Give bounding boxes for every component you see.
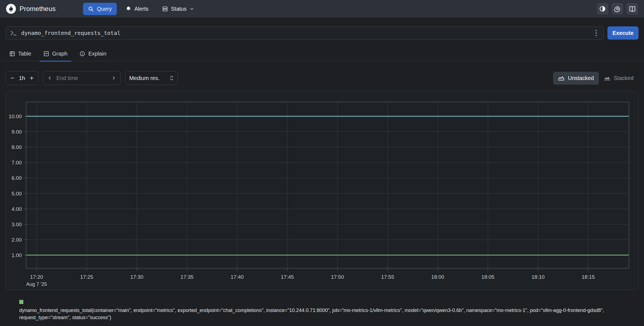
graph-canvas[interactable]: 17:2017:2517:3017:3517:4017:4517:5017:55… <box>6 91 638 290</box>
y-tick-label: 2.00 <box>12 237 22 243</box>
legend-item[interactable]: dynamo_frontend_requests_total{container… <box>19 300 639 321</box>
prometheus-logo-icon <box>6 4 16 14</box>
x-tick-label: 17:45 <box>281 274 294 280</box>
bell-icon <box>126 6 131 12</box>
y-tick-label: 3.00 <box>12 222 22 227</box>
tab-explain[interactable]: Explain <box>76 47 110 62</box>
end-time-input[interactable]: End time <box>54 75 110 81</box>
x-tick-label: 18:00 <box>431 274 444 280</box>
table-icon <box>9 51 15 57</box>
result-tabs: Table Graph Explain <box>0 47 644 61</box>
top-navbar: Prometheus Query Alerts Status <box>0 0 644 18</box>
x-tick-label: 17:55 <box>381 274 394 280</box>
y-tick-label: 9.00 <box>12 129 22 135</box>
x-tick-label: 17:25 <box>80 274 93 280</box>
stacked-button[interactable]: Stacked <box>599 72 639 85</box>
x-tick-label: 17:35 <box>181 274 194 280</box>
graph-legend: dynamo_frontend_requests_total{container… <box>19 300 639 326</box>
graph-panel: 17:2017:2517:3017:3517:4017:4517:5017:55… <box>5 91 639 290</box>
book-icon <box>629 5 636 12</box>
y-tick-label: 10.00 <box>9 114 22 119</box>
nav-item-status[interactable]: Status <box>157 3 199 15</box>
query-row: dynamo_frontend_requests_total Execute <box>5 26 639 40</box>
nav-item-alerts[interactable]: Alerts <box>121 3 153 15</box>
y-tick-label: 5.00 <box>12 191 22 197</box>
nav-actions <box>597 3 638 15</box>
x-tick-label: 17:50 <box>331 274 344 280</box>
app-title: Prometheus <box>20 5 56 13</box>
contrast-icon <box>599 5 606 12</box>
info-icon <box>79 51 85 57</box>
gear-icon <box>614 5 621 12</box>
documentation-button[interactable] <box>626 3 638 15</box>
terminal-prompt-icon <box>10 30 17 36</box>
resolution-value: Medium res. <box>129 75 170 81</box>
nav-menu: Query Alerts Status <box>83 3 199 15</box>
x-tick-label: 17:20 <box>30 274 43 280</box>
plot-border <box>26 102 629 268</box>
resolution-select[interactable]: Medium res. <box>125 71 178 85</box>
brand[interactable]: Prometheus <box>6 4 56 14</box>
query-options-kebab[interactable] <box>593 28 599 38</box>
execute-button[interactable]: Execute <box>607 26 639 40</box>
expression-input[interactable]: dynamo_frontend_requests_total <box>5 26 604 40</box>
x-tick-label: 18:10 <box>532 274 545 280</box>
x-tick-label: 17:40 <box>231 274 244 280</box>
range-selector: − 1h + <box>5 71 38 85</box>
range-increase-button[interactable]: + <box>27 74 37 82</box>
stacking-toggle: Unstacked Stacked <box>553 72 639 85</box>
nav-item-query[interactable]: Query <box>83 3 117 15</box>
settings-button[interactable] <box>612 3 623 15</box>
range-value[interactable]: 1h <box>17 75 27 81</box>
unstacked-button[interactable]: Unstacked <box>553 72 599 85</box>
x-date-label: Aug 7 '25 <box>26 281 47 287</box>
graph-icon <box>43 51 49 57</box>
select-chevrons-icon <box>170 75 174 81</box>
search-icon <box>88 6 94 12</box>
unstacked-line-icon <box>558 76 565 81</box>
server-icon <box>162 6 168 12</box>
y-tick-label: 4.00 <box>12 206 22 212</box>
tab-graph[interactable]: Graph <box>40 47 71 62</box>
end-time-forward-button[interactable] <box>110 75 118 81</box>
x-tick-label: 17:30 <box>130 274 143 280</box>
end-time-picker[interactable]: End time <box>43 71 121 85</box>
y-tick-label: 6.00 <box>12 175 22 181</box>
theme-toggle-button[interactable] <box>597 3 608 15</box>
stacked-area-icon <box>604 76 610 81</box>
expression-text[interactable]: dynamo_frontend_requests_total <box>21 30 593 36</box>
y-tick-label: 8.00 <box>12 144 22 150</box>
graph-controls: − 1h + End time Medium res. Unstacked St… <box>5 71 639 85</box>
chevron-down-icon <box>190 7 194 11</box>
range-decrease-button[interactable]: − <box>7 74 17 82</box>
y-tick-label: 7.00 <box>12 160 22 165</box>
x-tick-label: 18:15 <box>582 274 595 280</box>
x-tick-label: 18:05 <box>481 274 494 280</box>
y-tick-label: 1.00 <box>12 252 22 258</box>
tab-table[interactable]: Table <box>5 47 35 62</box>
legend-series-label: dynamo_frontend_requests_total{container… <box>19 307 624 321</box>
end-time-back-button[interactable] <box>46 75 54 81</box>
legend-swatch <box>19 300 23 304</box>
